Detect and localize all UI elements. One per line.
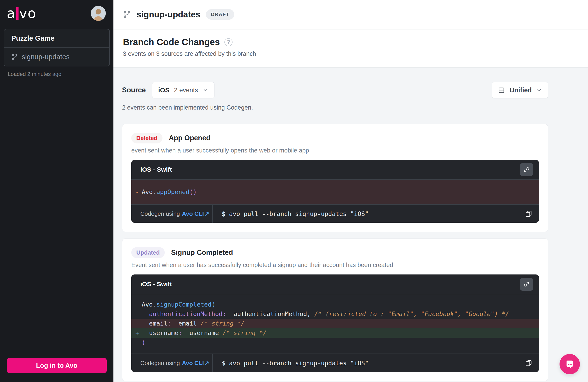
link-icon xyxy=(523,166,530,173)
sidebar-branch-item[interactable]: signup-updates xyxy=(4,48,109,66)
event-card-app-opened: Deleted App Opened event sent when a use… xyxy=(122,124,548,232)
view-mode-select[interactable]: Unified xyxy=(492,82,548,98)
code-line: - email: email /* string */ xyxy=(131,319,539,328)
avo-cli-link[interactable]: Avo CLI↗ xyxy=(182,360,209,367)
content-area: Source iOS 2 events Unified 2 events can… xyxy=(113,68,588,382)
view-mode-value: Unified xyxy=(510,86,532,94)
code-footer: Codegen using Avo CLI↗ $ avo pull --bran… xyxy=(131,354,539,372)
code-block: iOS - Swift Avo.signupCompleted( authent… xyxy=(131,275,539,372)
git-branch-icon xyxy=(123,10,131,19)
codegen-note: 2 events can been implemented using Code… xyxy=(122,104,548,111)
external-link-icon: ↗ xyxy=(204,360,209,367)
code-line: authenticationMethod: authenticationMeth… xyxy=(131,309,539,319)
chevron-down-icon xyxy=(536,87,542,93)
chevron-down-icon xyxy=(203,87,208,93)
code-footer: Codegen using Avo CLI↗ $ avo pull --bran… xyxy=(131,204,539,223)
code-language-label: iOS - Swift xyxy=(140,166,172,173)
status-badge-deleted: Deleted xyxy=(131,133,163,143)
loaded-status: Loaded 2 minutes ago xyxy=(8,71,106,77)
section-title: Branch Code Changes xyxy=(123,37,220,47)
sidebar-branch-label: signup-updates xyxy=(22,53,70,61)
toolbar: Source iOS 2 events Unified xyxy=(122,82,548,98)
code-line: -Avo.appOpened() xyxy=(131,180,539,204)
code-line: + username: username /* string */ xyxy=(131,328,539,338)
help-icon[interactable]: ? xyxy=(224,38,232,46)
codegen-prefix: Codegen using xyxy=(140,360,180,367)
copy-icon xyxy=(525,359,533,367)
external-link-icon: ↗ xyxy=(204,210,209,217)
code-body: Avo.signupCompleted( authenticationMetho… xyxy=(131,294,539,354)
branch-header: signup-updates DRAFT xyxy=(113,0,588,29)
codegen-prefix: Codegen using xyxy=(140,210,180,217)
git-branch-icon xyxy=(11,54,18,60)
link-button[interactable] xyxy=(520,163,533,176)
source-event-count: 2 events xyxy=(174,86,198,94)
copy-button[interactable] xyxy=(518,205,539,223)
avo-cli-link[interactable]: Avo CLI↗ xyxy=(182,210,209,217)
avatar-person-icon xyxy=(91,6,106,21)
source-select[interactable]: iOS 2 events xyxy=(152,82,214,98)
copy-icon xyxy=(525,210,533,218)
diff-marker: + xyxy=(131,328,142,338)
event-card-signup-completed: Updated Signup Completed Event sent when… xyxy=(122,238,548,381)
status-badge-updated: Updated xyxy=(131,247,165,258)
cli-command: $ avo pull --branch signup-updates "iOS" xyxy=(213,205,518,223)
user-avatar[interactable] xyxy=(91,6,106,21)
section-header: Branch Code Changes ? 3 events on 3 sour… xyxy=(113,29,588,68)
logo-letters-vo: vo xyxy=(19,5,36,21)
code-block: iOS - Swift -Avo.appOpened() Codegen usi… xyxy=(131,160,539,223)
chat-launcher-button[interactable] xyxy=(560,354,580,374)
code-language-label: iOS - Swift xyxy=(140,281,172,288)
event-description: event sent when a user successfully open… xyxy=(131,147,539,154)
workspace-name[interactable]: Puzzle Game xyxy=(4,29,109,48)
diff-marker: - xyxy=(131,319,142,328)
section-subtitle: 3 events on 3 sources are affected by th… xyxy=(123,50,579,57)
diff-marker: - xyxy=(131,187,142,197)
source-value: iOS xyxy=(158,86,169,94)
logo-pink-bar xyxy=(16,7,19,20)
login-button[interactable]: Log in to Avo xyxy=(7,358,107,373)
workspace-selector: Puzzle Game signup-updates xyxy=(4,29,110,66)
main-area: signup-updates DRAFT Branch Code Changes… xyxy=(113,0,588,382)
logo-letter-a: a xyxy=(7,5,16,21)
event-description: Event sent when a user has successfully … xyxy=(131,261,539,269)
sidebar-spacer xyxy=(0,82,113,358)
unified-view-icon xyxy=(498,86,505,94)
code-line: ) xyxy=(131,338,539,347)
event-title: Signup Completed xyxy=(171,248,233,257)
source-label: Source xyxy=(122,86,146,94)
sidebar-top: a vo xyxy=(0,0,113,26)
copy-button[interactable] xyxy=(518,354,539,372)
link-icon xyxy=(523,281,530,288)
page-title: signup-updates xyxy=(136,10,200,20)
chat-smile-icon xyxy=(564,359,575,370)
link-button[interactable] xyxy=(520,278,533,291)
sidebar: a vo Puzzle Game signup-updates Loaded 2… xyxy=(0,0,113,382)
event-title: App Opened xyxy=(169,134,210,142)
draft-badge: DRAFT xyxy=(206,9,234,20)
code-line: Avo.signupCompleted( xyxy=(131,300,539,309)
avo-logo[interactable]: a vo xyxy=(7,5,36,21)
code-body: -Avo.appOpened() xyxy=(131,180,539,204)
cli-command: $ avo pull --branch signup-updates "iOS" xyxy=(213,354,518,372)
